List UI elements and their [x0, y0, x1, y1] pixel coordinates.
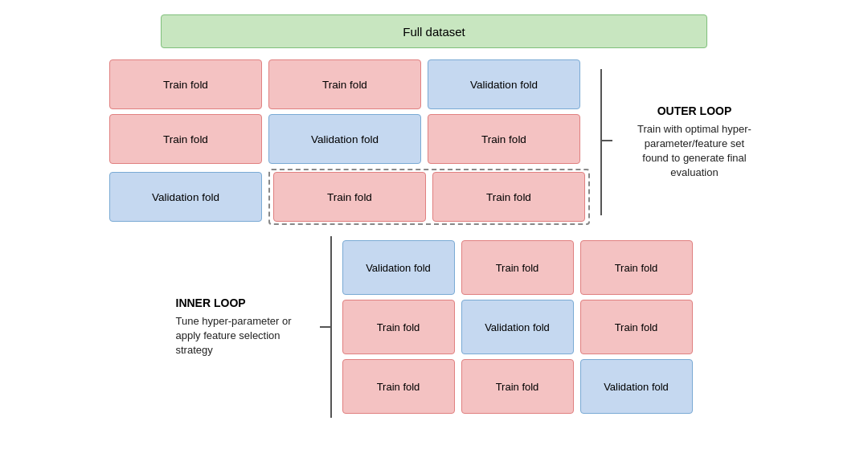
full-dataset-label: Full dataset	[403, 25, 465, 39]
outer-dashed-wrap: Train fold Train fold	[268, 169, 590, 225]
outer-bracket	[598, 66, 616, 219]
outer-cell-2-1: Train fold	[109, 114, 262, 164]
inner-loop-title: INNER LOOP	[176, 296, 309, 309]
outer-cell-2-2: Validation fold	[268, 114, 421, 164]
inner-cell-3-2: Train fold	[461, 359, 574, 414]
inner-loop-desc: Tune hyper-parameter or apply feature se…	[176, 314, 309, 358]
outer-row-1: Train fold Train fold Validation fold	[109, 59, 590, 109]
outer-fold-grid: Train fold Train fold Validation fold Tr…	[109, 59, 590, 225]
inner-cell-3-1: Train fold	[342, 359, 455, 414]
inner-cell-2-3: Train fold	[580, 300, 693, 354]
inner-cell-2-2: Validation fold	[461, 300, 574, 354]
inner-row-3: Train fold Train fold Validation fold	[342, 359, 693, 414]
outer-row-2: Train fold Validation fold Train fold	[109, 114, 590, 164]
main-container: Full dataset Train fold Train fold Valid…	[0, 0, 868, 429]
outer-row-3: Validation fold Train fold Train fold	[109, 169, 590, 225]
inner-loop-section: INNER LOOP Tune hyper-parameter or apply…	[176, 233, 693, 421]
inner-cell-1-1: Validation fold	[342, 240, 455, 295]
outer-loop-section: Train fold Train fold Validation fold Tr…	[109, 59, 759, 225]
outer-cell-3-3: Train fold	[432, 172, 585, 222]
inner-cell-1-3: Train fold	[580, 240, 693, 295]
outer-cell-1-1: Train fold	[109, 59, 262, 109]
inner-loop-label: INNER LOOP Tune hyper-parameter or apply…	[176, 296, 317, 358]
inner-bracket	[317, 233, 334, 421]
outer-cell-3-2: Train fold	[273, 172, 426, 222]
outer-loop-label: OUTER LOOP Train with optimal hyper-para…	[630, 104, 759, 181]
outer-cell-1-2: Train fold	[268, 59, 421, 109]
inner-cell-3-3: Validation fold	[580, 359, 693, 414]
inner-fold-grid: Validation fold Train fold Train fold Tr…	[342, 240, 693, 414]
outer-cell-2-3: Train fold	[428, 114, 580, 164]
outer-cell-3-1: Validation fold	[109, 172, 262, 222]
outer-cell-1-3: Validation fold	[428, 59, 580, 109]
outer-loop-title: OUTER LOOP	[657, 104, 732, 117]
inner-row-2: Train fold Validation fold Train fold	[342, 300, 693, 354]
outer-loop-desc: Train with optimal hyper-parameter/featu…	[630, 122, 759, 181]
inner-cell-2-1: Train fold	[342, 300, 455, 354]
inner-row-1: Validation fold Train fold Train fold	[342, 240, 693, 295]
full-dataset-bar: Full dataset	[161, 14, 707, 48]
inner-cell-1-2: Train fold	[461, 240, 574, 295]
